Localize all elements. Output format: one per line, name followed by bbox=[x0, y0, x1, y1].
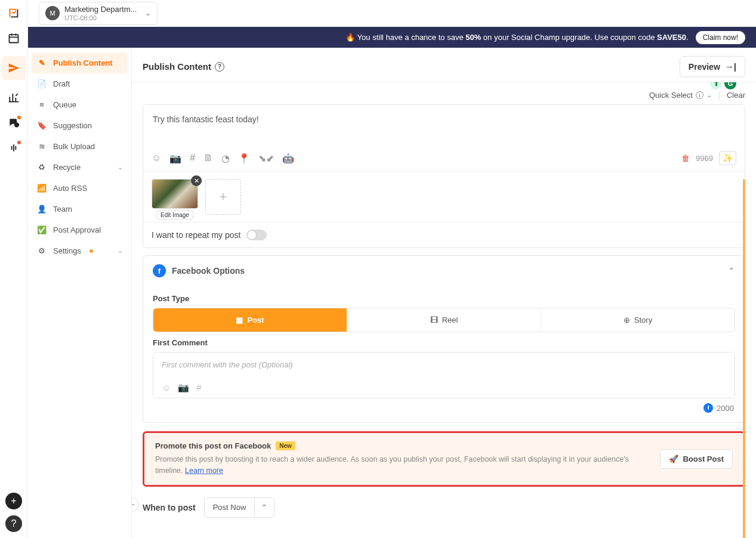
scroll-indicator bbox=[743, 179, 745, 538]
collapse-sidebar-handle[interactable]: ⇤ bbox=[132, 497, 139, 512]
info-icon: i bbox=[696, 91, 703, 99]
approval-icon: ✅ bbox=[36, 225, 47, 234]
engage-icon[interactable] bbox=[7, 116, 21, 130]
workspace-selector[interactable]: M Marketing Departm... UTC-08:00 ⌄ bbox=[39, 2, 158, 24]
emoji-icon[interactable]: ☺ bbox=[152, 153, 161, 163]
camera-icon[interactable]: 📷 bbox=[169, 153, 181, 164]
sidebar-item-label: Draft bbox=[53, 79, 70, 88]
first-comment-label: First Comment bbox=[153, 338, 735, 347]
post-type-label-text: Reel bbox=[442, 316, 458, 324]
svg-rect-0 bbox=[10, 35, 18, 42]
promote-title: Promote this post on Facebook bbox=[155, 441, 271, 450]
page-title: Publish Content bbox=[143, 61, 211, 72]
emoji-icon[interactable]: ☺ bbox=[162, 382, 171, 393]
listening-icon[interactable] bbox=[7, 141, 21, 155]
learn-more-link[interactable]: Learn more bbox=[185, 466, 223, 475]
grammarly-upgrade-badge[interactable]: ⬆ bbox=[710, 82, 722, 89]
comment-char-counter: 2000 bbox=[717, 404, 734, 413]
sidebar-item-label: Recycle bbox=[53, 163, 81, 172]
workspace-name: Marketing Departm... bbox=[64, 5, 137, 14]
rss-icon: 📶 bbox=[36, 184, 47, 193]
preview-label: Preview bbox=[689, 62, 720, 72]
preview-button[interactable]: Preview →| bbox=[680, 56, 745, 77]
post-type-label-text: Post bbox=[247, 316, 264, 324]
chevron-up-icon[interactable]: ⌃ bbox=[254, 498, 274, 517]
post-type-post[interactable]: ▦ Post bbox=[153, 308, 347, 332]
bookmark-icon: 🔖 bbox=[36, 121, 47, 130]
document-icon: 📄 bbox=[36, 79, 47, 88]
add-button[interactable]: + bbox=[5, 493, 22, 509]
arrow-right-icon: →| bbox=[725, 61, 736, 72]
help-button[interactable]: ? bbox=[5, 515, 22, 532]
sidebar-item-auto-rss[interactable]: 📶 Auto RSS bbox=[28, 178, 131, 199]
sidebar: ✎ Publish Content 📄 Draft ≡ Queue 🔖 Sugg… bbox=[28, 48, 132, 538]
chevron-down-icon: ⌄ bbox=[706, 91, 712, 99]
edit-image-button[interactable]: Edit Image bbox=[156, 211, 193, 219]
sidebar-item-suggestion[interactable]: 🔖 Suggestion bbox=[28, 115, 131, 136]
facebook-icon: f bbox=[153, 264, 166, 277]
post-type-label-text: Story bbox=[634, 316, 652, 324]
when-to-post-select[interactable]: Post Now ⌃ bbox=[204, 497, 275, 518]
repeat-post-toggle[interactable] bbox=[246, 230, 267, 240]
hashtag-icon[interactable]: # bbox=[196, 382, 201, 393]
workspace-avatar: M bbox=[45, 6, 60, 20]
separator bbox=[719, 91, 720, 100]
chevron-down-icon: ⌄ bbox=[118, 247, 123, 255]
sidebar-item-publish-content[interactable]: ✎ Publish Content bbox=[32, 52, 128, 73]
chevron-down-icon: ⌄ bbox=[145, 9, 151, 17]
first-comment-input[interactable] bbox=[162, 360, 726, 369]
pencil-icon: ✎ bbox=[36, 58, 47, 67]
post-type-selector: ▦ Post 🎞 Reel ⊕ Story bbox=[153, 308, 735, 332]
template-icon[interactable]: 🗎 bbox=[203, 153, 213, 163]
post-type-reel[interactable]: 🎞 Reel bbox=[347, 308, 541, 332]
workspace-timezone: UTC-08:00 bbox=[64, 14, 137, 21]
facebook-options-card: f Facebook Options ⌃ Post Type ▦ Post bbox=[143, 255, 745, 423]
team-icon: 👤 bbox=[36, 205, 47, 214]
notification-dot bbox=[17, 141, 21, 144]
magic-wand-icon[interactable]: ✨ bbox=[719, 151, 736, 165]
location-icon[interactable]: 📍 bbox=[238, 153, 250, 164]
sidebar-item-recycle[interactable]: ♻ Recycle ⌄ bbox=[28, 157, 131, 178]
sidebar-item-label: Queue bbox=[53, 100, 76, 109]
sidebar-item-settings[interactable]: ⚙ Settings ⌄ bbox=[28, 240, 131, 261]
add-media-button[interactable]: + bbox=[205, 179, 241, 215]
notification-dot bbox=[90, 249, 93, 253]
remove-image-icon[interactable]: ✕ bbox=[191, 175, 202, 186]
ai-icon[interactable]: 🤖 bbox=[282, 153, 294, 164]
sidebar-item-label: Settings bbox=[53, 246, 81, 255]
grid-icon: ▦ bbox=[236, 316, 243, 324]
sidebar-item-team[interactable]: 👤 Team bbox=[28, 199, 131, 219]
list-icon: ≡ bbox=[36, 100, 47, 109]
trash-icon[interactable]: 🗑 bbox=[681, 153, 690, 163]
publish-icon[interactable] bbox=[2, 56, 26, 80]
quick-select[interactable]: Quick Select i ⌄ bbox=[649, 91, 712, 100]
banner-text: 🔥 You still have a chance to save 50% on… bbox=[345, 33, 688, 42]
composer-textarea[interactable] bbox=[143, 105, 745, 148]
when-to-post-value: Post Now bbox=[205, 498, 255, 517]
calendar-icon[interactable] bbox=[7, 31, 21, 45]
quick-select-label: Quick Select bbox=[649, 91, 693, 100]
help-icon[interactable]: ? bbox=[215, 62, 224, 72]
promote-post-card: Promote this post on Facebook New Promot… bbox=[143, 431, 745, 487]
clock-icon[interactable]: ◔ bbox=[221, 153, 230, 164]
app-logo bbox=[7, 6, 21, 20]
analytics-icon[interactable] bbox=[7, 91, 21, 105]
hashtag-icon[interactable]: # bbox=[190, 153, 195, 163]
boost-post-button[interactable]: 🚀 Boost Post bbox=[660, 449, 733, 469]
facebook-options-header[interactable]: f Facebook Options ⌃ bbox=[143, 256, 745, 286]
sidebar-item-bulk-upload[interactable]: ≋ Bulk Upload bbox=[28, 136, 131, 157]
claim-button[interactable]: Claim now! bbox=[696, 31, 745, 44]
notification-dot bbox=[17, 116, 21, 119]
clear-button[interactable]: Clear bbox=[727, 91, 745, 100]
post-type-story[interactable]: ⊕ Story bbox=[541, 308, 735, 332]
camera-icon[interactable]: 📷 bbox=[178, 382, 189, 393]
grammarly-badge[interactable]: G bbox=[724, 82, 736, 89]
svg-point-1 bbox=[14, 122, 19, 127]
sidebar-item-queue[interactable]: ≡ Queue bbox=[28, 94, 131, 115]
sidebar-item-draft[interactable]: 📄 Draft bbox=[28, 73, 131, 94]
sidebar-item-post-approval[interactable]: ✅ Post Approval bbox=[28, 219, 131, 240]
gear-icon: ⚙ bbox=[36, 246, 47, 255]
new-badge: New bbox=[276, 441, 295, 450]
integration-icon[interactable]: ⬊⬋ bbox=[258, 153, 274, 164]
promote-description: Promote this post by boosting it to reac… bbox=[155, 454, 650, 477]
